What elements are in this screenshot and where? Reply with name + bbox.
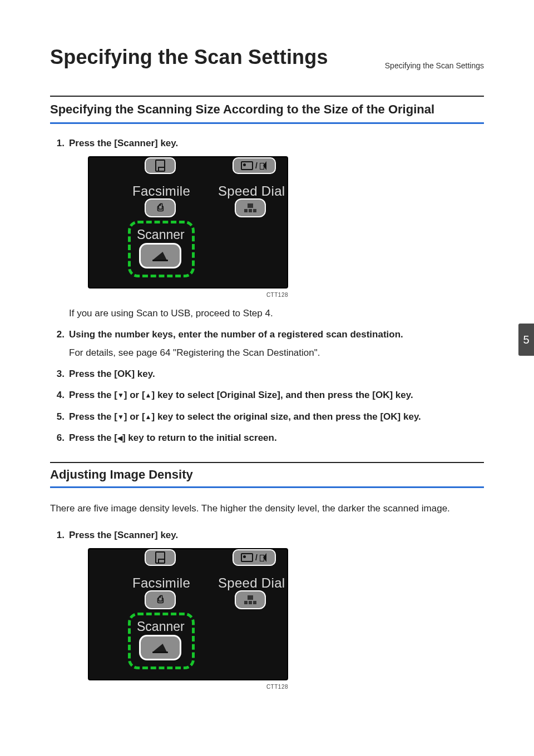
step-detail: For details, see page 64 "Registering th… [69,346,484,360]
control-panel-image: / Facsimile Speed Dial ⎙ Scanner [88,156,288,289]
steps-list-1: 1. Press the [Scanner] key. / Facsimile … [50,136,484,445]
step-number: 3. [50,367,65,381]
speed-dial-key-icon [235,198,266,217]
step-number: 6. [50,431,65,445]
section-heading-size: Specifying the Scanning Size According t… [50,102,484,117]
rule-top [50,96,484,97]
down-arrow-icon: ▼ [117,390,124,401]
step-text: Press the [▼] or [▲] key to select the o… [69,411,421,422]
step-text: Press the [OK] key. [69,369,155,379]
slash-icon: / [255,552,258,564]
left-arrow-icon: ◀ [117,433,122,444]
step-number: 1. [50,136,65,151]
figure-caption: CTT128 [88,291,288,300]
step-number: 4. [50,388,65,402]
step-text: Press the [◀] key to return to the initi… [69,432,277,443]
step-text: Using the number keys, enter the number … [69,329,403,340]
speaker-icon [260,553,268,562]
step-text: Press the [Scanner] key. [69,138,178,148]
step-4: 4. Press the [▼] or [▲] key to select [O… [50,388,484,402]
step-text: Press the [Scanner] key. [69,530,178,540]
chapter-tab: 5 [518,324,534,356]
step-1: 1. Press the [Scanner] key. / Facsimile … [50,528,484,692]
rule-top [50,462,484,463]
image-icon [241,161,253,170]
density-intro: There are five image density levels. The… [50,501,484,516]
scanner-key-icon [139,243,181,268]
facsimile-key-icon: ⎙ [145,590,176,609]
scanner-label: Scanner [137,225,185,245]
control-panel-image: / Facsimile Speed Dial ⎙ Scanner [88,548,288,680]
figure-caption: CTT128 [88,683,288,692]
image-icon [241,553,253,562]
step-number: 2. [50,327,65,342]
copy-key-icon [145,549,176,566]
slash-icon: / [255,160,258,172]
running-head: Specifying the Scan Settings [385,61,484,70]
figure-1: / Facsimile Speed Dial ⎙ Scanner CTT128 [88,156,288,300]
scanner-label: Scanner [137,617,185,637]
section-heading-density: Adjusting Image Density [50,467,484,482]
step-text: Press the [▼] or [▲] key to select [Orig… [69,390,413,400]
up-arrow-icon: ▲ [145,412,152,422]
facsimile-key-icon: ⎙ [145,198,176,217]
speed-dial-key-icon [235,590,266,609]
step-subnote: If you are using Scan to USB, proceed to… [69,306,484,321]
up-arrow-icon: ▲ [145,390,152,401]
copy-key-icon [145,157,176,174]
step-number: 5. [50,410,65,424]
pause-redial-key-icon: / [233,157,276,174]
step-1: 1. Press the [Scanner] key. / Facsimile … [50,136,484,321]
figure-2: / Facsimile Speed Dial ⎙ Scanner CTT128 [88,548,288,692]
step-2: 2. Using the number keys, enter the numb… [50,327,484,360]
step-6: 6. Press the [◀] key to return to the in… [50,431,484,445]
down-arrow-icon: ▼ [117,412,124,422]
step-5: 5. Press the [▼] or [▲] key to select th… [50,410,484,424]
speaker-icon [260,161,268,170]
step-number: 1. [50,528,65,543]
rule-blue [50,486,484,488]
scanner-key-icon [139,635,181,660]
step-3: 3. Press the [OK] key. [50,367,484,381]
pause-redial-key-icon: / [233,549,276,566]
rule-blue [50,122,484,124]
steps-list-2: 1. Press the [Scanner] key. / Facsimile … [50,528,484,692]
